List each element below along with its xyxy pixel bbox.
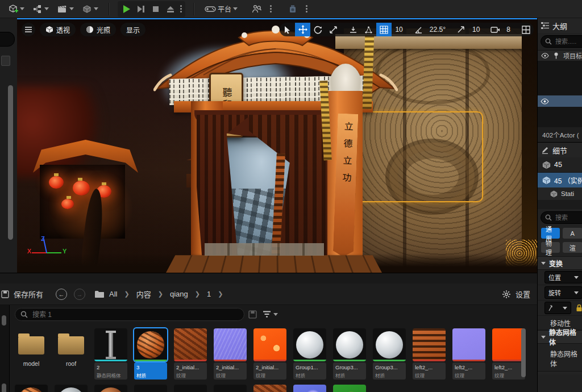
outliner-search[interactable] (541, 35, 582, 48)
save-all-button[interactable]: 保存所有 (11, 287, 45, 301)
show-dropdown[interactable]: 显示 (120, 23, 146, 36)
camera-speed-button[interactable] (488, 23, 503, 36)
scrollbar-fragment[interactable] (2, 383, 6, 392)
asset-tile-partial[interactable] (293, 385, 326, 392)
breadcrumb-qiang[interactable]: qiang (168, 289, 190, 299)
save-search-icon[interactable] (248, 310, 257, 319)
staticmesh-section-header[interactable]: 静态网格体 (538, 330, 582, 344)
back-button[interactable]: ← (56, 289, 67, 300)
outliner-search-input[interactable] (554, 37, 582, 45)
breadcrumb-1[interactable]: 1 (205, 289, 213, 299)
level-viewport[interactable]: 聽和寺 立德立功 (17, 18, 537, 273)
location-dropdown[interactable]: 位置 (544, 271, 582, 283)
asset-tile[interactable]: 2_initial...纹理 (253, 328, 286, 380)
viewport-menu-button[interactable] (22, 23, 35, 36)
filter-rendering-button[interactable]: 渲 (563, 242, 582, 253)
asset-tile-partial[interactable] (214, 385, 247, 392)
transform-section-header[interactable]: 变换 (538, 256, 582, 270)
quad-view-button[interactable] (518, 23, 534, 36)
breadcrumb-all[interactable]: All (107, 289, 119, 299)
scale-snap-value[interactable]: 10 (469, 23, 483, 36)
asset-tile[interactable]: Group1...材质 (293, 328, 326, 380)
rotation-dropdown[interactable]: 旋转 (544, 286, 582, 299)
outliner-selected-row[interactable] (538, 95, 582, 107)
scale-tool-button[interactable] (326, 23, 341, 36)
cinematics-button[interactable] (55, 2, 76, 16)
content-scrollbar[interactable] (521, 328, 526, 377)
add-actor-button[interactable] (6, 2, 27, 16)
device-options-menu[interactable] (304, 5, 310, 12)
stop-button[interactable] (148, 2, 163, 16)
visibility-eye-icon[interactable] (541, 98, 549, 105)
asset-tile-partial[interactable] (134, 385, 167, 392)
lock-icon[interactable] (576, 304, 582, 312)
content-search[interactable] (15, 308, 244, 321)
asset-tile[interactable]: left2_...纹理 (492, 328, 525, 380)
pin-icon[interactable] (554, 52, 559, 59)
play-button[interactable] (119, 2, 134, 16)
asset-tile-folder[interactable]: model (15, 328, 48, 367)
asset-tile[interactable]: Group3...材质 (333, 328, 366, 380)
filter-physics-button[interactable]: 物理 (541, 242, 560, 253)
move-tool-button[interactable] (295, 23, 310, 36)
unreal-editor-window: 平台 (0, 0, 582, 392)
asset-tile[interactable]: 2_initial...纹理 (174, 328, 207, 380)
staticmesh-property-row[interactable]: 静态网格体 (538, 352, 582, 365)
asset-tile-selected[interactable]: 3材质 (134, 328, 167, 380)
scrollbar-fragment[interactable] (2, 315, 6, 326)
breadcrumb-content[interactable]: 内容 (134, 287, 153, 301)
asset-tile-partial[interactable] (55, 385, 88, 392)
blueprints-button[interactable] (30, 2, 51, 16)
details-component-row[interactable]: Stati (538, 187, 582, 200)
scale-snap-button[interactable] (454, 23, 469, 36)
select-tool-button[interactable] (280, 23, 295, 36)
outliner-tree[interactable] (538, 61, 582, 127)
rotation-snap-button[interactable] (411, 23, 426, 36)
rotate-tool-button[interactable] (310, 23, 326, 36)
asset-tile[interactable]: Group3...材质 (373, 328, 406, 380)
outliner-column-header[interactable]: 项目标 (538, 50, 582, 61)
scale-dropdown[interactable] (544, 302, 571, 314)
outliner-tab[interactable]: 大纲 (538, 18, 582, 33)
asset-tile-partial[interactable] (333, 385, 366, 392)
filter-button[interactable] (263, 311, 278, 318)
left-panel-scrollbar[interactable] (8, 85, 13, 240)
lit-mode-dropdown[interactable]: 光照 (80, 23, 116, 36)
asset-tile[interactable]: left2_...纹理 (452, 328, 485, 380)
content-search-input[interactable] (31, 310, 221, 319)
asset-tile[interactable]: 2静态网格体 (94, 328, 127, 380)
settings-button[interactable]: 设置 (513, 287, 533, 301)
profiler-options-menu[interactable] (268, 5, 274, 12)
device-output-button[interactable] (285, 2, 300, 16)
details-tab[interactable]: 细节 (538, 142, 582, 157)
profiler-button[interactable] (249, 2, 264, 16)
eject-button[interactable] (163, 2, 178, 16)
visibility-eye-icon[interactable] (541, 53, 549, 59)
surface-snap-button[interactable] (346, 23, 361, 36)
rotation-snap-value[interactable]: 22.5° (426, 23, 449, 36)
asset-tile[interactable]: 2_initial...纹理 (214, 328, 247, 380)
perspective-dropdown[interactable]: 透视 (40, 23, 76, 36)
details-selected-row[interactable]: 45 （实例 (538, 172, 582, 187)
asset-tile-partial[interactable] (94, 385, 127, 392)
asset-tile-partial[interactable] (174, 385, 207, 392)
left-panel-search-fragment (0, 32, 15, 47)
snap-plane-button[interactable] (361, 23, 376, 36)
details-search-input[interactable] (554, 214, 582, 222)
details-search[interactable] (541, 211, 582, 224)
platforms-button[interactable]: 平台 (202, 2, 240, 15)
asset-tile[interactable]: left2_...纹理 (413, 328, 446, 380)
filter-general-button[interactable]: 通用 (541, 228, 560, 239)
asset-tile-partial[interactable] (253, 385, 286, 392)
forward-button[interactable]: → (74, 289, 85, 300)
asset-tile-folder[interactable]: roof (55, 328, 88, 367)
grid-snap-value[interactable]: 10 (392, 23, 406, 36)
grid-snap-button[interactable] (376, 23, 392, 36)
frame-skip-button[interactable] (134, 2, 148, 16)
filter-actor-button[interactable]: A (563, 228, 582, 239)
modes-button[interactable] (80, 2, 101, 16)
details-object-row[interactable]: 45 (538, 157, 582, 172)
play-options-menu[interactable] (178, 5, 184, 12)
camera-speed-value[interactable]: 8 (503, 23, 514, 36)
asset-tile-partial[interactable] (15, 385, 48, 392)
